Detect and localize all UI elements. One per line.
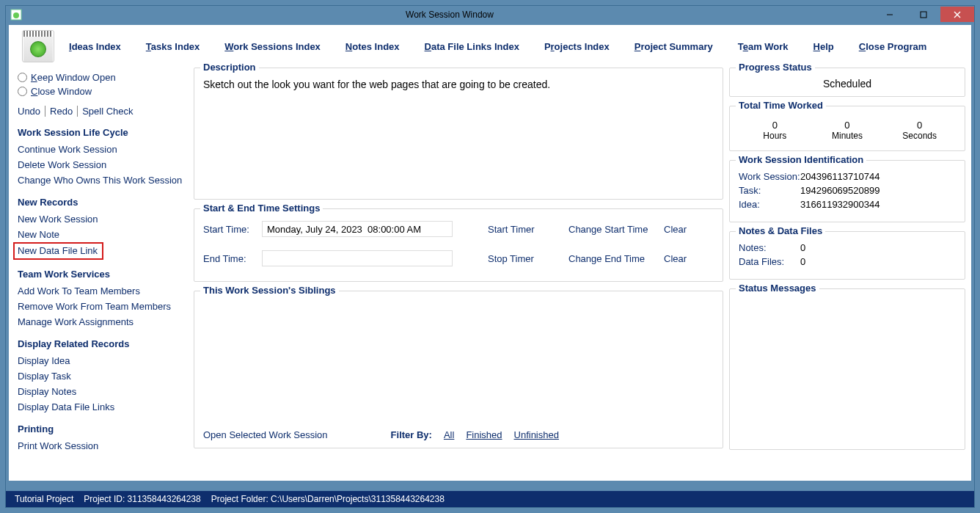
manage-work-assignments[interactable]: Manage Work Assignments (18, 314, 183, 330)
siblings-legend: This Work Session's Siblings (200, 285, 339, 296)
change-end-time-link[interactable]: Change End Time (568, 253, 664, 264)
display-notes[interactable]: Display Notes (18, 384, 183, 399)
menu-ideas-index[interactable]: Ideas Index (69, 41, 121, 52)
titlebar[interactable]: Work Session Window (6, 6, 974, 23)
seconds-label: Seconds (891, 131, 949, 141)
ws-id-value: 204396113710744 (800, 171, 880, 182)
group-life-cycle: Work Session Life Cycle (18, 127, 183, 138)
menu-notes-index[interactable]: Notes Index (345, 41, 400, 52)
new-work-session[interactable]: New Work Session (18, 211, 183, 227)
time-settings-fieldset: Start & End Time Settings Start Time: St… (194, 208, 723, 282)
menu-team-work[interactable]: Team Work (738, 41, 789, 52)
redo-link[interactable]: Redo (45, 106, 78, 117)
menu-tasks-index[interactable]: Tasks Index (146, 41, 200, 52)
end-time-input[interactable] (262, 250, 453, 266)
files-count-label: Data Files: (739, 256, 800, 267)
end-time-label: End Time: (203, 253, 262, 264)
filter-finished[interactable]: Finished (466, 429, 502, 440)
notes-files-fieldset: Notes & Data Files Notes: 0 Data Files: … (729, 231, 965, 280)
total-time-worked-legend: Total Time Worked (736, 100, 826, 111)
idea-id-value: 316611932900344 (800, 199, 880, 210)
identification-fieldset: Work Session Identification Work Session… (729, 160, 965, 222)
time-settings-legend: Start & End Time Settings (200, 203, 323, 214)
menu-close-program[interactable]: Close Program (859, 41, 926, 52)
hours-value: 0 (745, 120, 804, 131)
display-data-file-links[interactable]: Display Data File Links (18, 399, 183, 415)
siblings-fieldset: This Work Session's Siblings Open Select… (194, 291, 723, 448)
identification-legend: Work Session Identification (736, 154, 866, 165)
seconds-value: 0 (891, 120, 949, 131)
change-owner[interactable]: Change Who Owns This Work Session (18, 172, 183, 188)
open-selected-ws-link[interactable]: Open Selected Work Session (203, 429, 328, 440)
statusbar: Tutorial Project Project ID: 31135844326… (6, 491, 974, 507)
minutes-value: 0 (818, 120, 877, 131)
notes-files-legend: Notes & Data Files (736, 225, 825, 236)
filter-all[interactable]: All (444, 429, 454, 440)
change-start-time-link[interactable]: Change Start Time (568, 224, 664, 235)
idea-id-label: Idea: (739, 199, 800, 210)
stop-timer-link[interactable]: Stop Timer (488, 253, 568, 264)
window-title: Work Session Window (26, 10, 873, 20)
filter-unfinished[interactable]: Unfinished (514, 429, 559, 440)
svg-rect-3 (921, 12, 926, 18)
notes-count-value: 0 (800, 242, 805, 253)
status-project-name: Tutorial Project (15, 494, 73, 504)
ws-id-label: Work Session: (739, 171, 800, 182)
task-id-value: 194296069520899 (800, 185, 880, 196)
start-time-label: Start Time: (203, 224, 262, 235)
delete-work-session[interactable]: Delete Work Session (18, 157, 183, 172)
close-button[interactable] (940, 7, 974, 22)
status-project-folder: Project Folder: C:\Users\Darren\Projects… (211, 494, 445, 504)
status-messages-legend: Status Messages (736, 283, 819, 294)
clear-end-link[interactable]: Clear (664, 253, 687, 264)
spell-check-link[interactable]: Spell Check (78, 106, 137, 117)
minimize-button[interactable] (873, 7, 907, 22)
app-icon (10, 9, 22, 21)
menu-work-sessions-index[interactable]: Work Sessions Index (224, 41, 321, 52)
task-id-label: Task: (739, 185, 800, 196)
main-panel: Description Sketch out the look you want… (191, 68, 728, 481)
calendar-clock-icon (22, 30, 54, 62)
progress-status-legend: Progress Status (736, 62, 815, 73)
maximize-button[interactable] (907, 7, 940, 22)
menu-data-file-links-index[interactable]: Data File Links Index (425, 41, 519, 52)
notes-count-label: Notes: (739, 242, 800, 253)
new-note[interactable]: New Note (18, 227, 183, 242)
total-time-worked-fieldset: Total Time Worked 0 Hours 0 Minutes 0 Se (729, 106, 965, 151)
display-task[interactable]: Display Task (18, 368, 183, 384)
filter-by-label: Filter By: (391, 429, 432, 440)
status-project-id: Project ID: 311358443264238 (84, 494, 200, 504)
window-frame: Work Session Window Ideas Index Tasks In… (5, 5, 975, 508)
keep-window-open-radio[interactable]: Keep Window Open (18, 72, 183, 83)
group-team-work: Team Work Services (18, 269, 183, 280)
description-legend: Description (200, 62, 259, 73)
remove-work-team[interactable]: Remove Work From Team Members (18, 299, 183, 314)
start-time-input[interactable] (262, 221, 453, 237)
progress-status-value: Scheduled (739, 76, 956, 90)
minutes-label: Minutes (818, 131, 877, 141)
files-count-value: 0 (800, 256, 805, 267)
add-work-team[interactable]: Add Work To Team Members (18, 283, 183, 299)
print-work-session[interactable]: Print Work Session (18, 438, 183, 454)
display-idea[interactable]: Display Idea (18, 353, 183, 368)
status-messages-fieldset: Status Messages (729, 288, 965, 450)
clear-start-link[interactable]: Clear (664, 224, 687, 235)
menu-projects-index[interactable]: Projects Index (544, 41, 610, 52)
close-window-radio[interactable]: Close Window (18, 86, 183, 97)
undo-link[interactable]: Undo (18, 106, 45, 117)
sidebar: Keep Window Open Close Window Undo Redo … (9, 68, 191, 481)
description-fieldset: Description Sketch out the look you want… (194, 68, 723, 200)
menu-help[interactable]: Help (813, 41, 834, 52)
right-panel: Progress Status Scheduled Total Time Wor… (728, 68, 971, 481)
svg-point-1 (13, 12, 19, 18)
description-text[interactable]: Sketch out the look you want for the web… (203, 76, 714, 90)
new-data-file-link[interactable]: New Data File Link (13, 242, 103, 260)
group-printing: Printing (18, 423, 183, 434)
start-timer-link[interactable]: Start Timer (488, 224, 568, 235)
group-new-records: New Records (18, 197, 183, 208)
group-display-related: Display Related Records (18, 338, 183, 349)
menu-project-summary[interactable]: Project Summary (635, 41, 713, 52)
continue-work-session[interactable]: Continue Work Session (18, 142, 183, 157)
menubar: Ideas Index Tasks Index Work Sessions In… (9, 25, 971, 68)
progress-status-fieldset: Progress Status Scheduled (729, 68, 965, 97)
